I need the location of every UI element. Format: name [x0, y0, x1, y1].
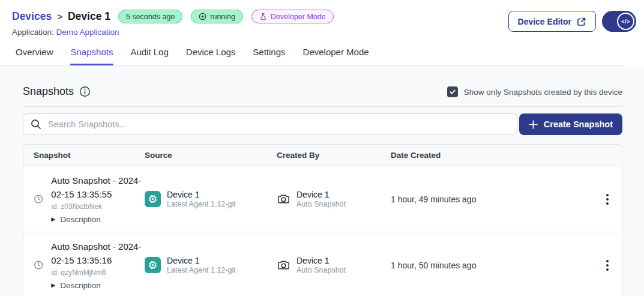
created-by-method: Auto Snapshot: [296, 266, 346, 274]
clock-icon: [34, 260, 43, 270]
tab-snapshots[interactable]: Snapshots: [70, 46, 114, 65]
tab-developer-mode[interactable]: Developer Mode: [302, 46, 370, 65]
code-icon: </>: [617, 13, 634, 30]
table-header: Snapshot Source Created By Date Created: [23, 145, 622, 166]
created-by-name: Device 1: [296, 256, 346, 265]
source-device-name: Device 1: [167, 190, 236, 199]
developer-mode-badge: Developer Mode: [251, 10, 334, 23]
record-icon: [199, 13, 206, 20]
camera-icon: [277, 258, 290, 272]
tab-overview[interactable]: Overview: [15, 46, 54, 65]
search-icon: [31, 119, 41, 130]
filter-checkbox-row[interactable]: Show only Snapshots created by this devi…: [447, 86, 622, 97]
column-header-created-by: Created By: [277, 151, 391, 160]
last-seen-badge-label: 5 seconds ago: [126, 13, 175, 21]
developer-mode-badge-label: Developer Mode: [271, 13, 326, 21]
create-snapshot-button[interactable]: Create Snapshot: [519, 113, 622, 135]
table-row: Auto Snapshot - 2024-02-15 13:35:16 id: …: [23, 232, 622, 296]
created-by-name: Device 1: [296, 190, 346, 199]
tab-device-logs[interactable]: Device Logs: [185, 46, 236, 65]
breadcrumb: Devices > Device 1: [12, 10, 110, 23]
source-agent-version: Latest Agent 1.12-git: [167, 200, 236, 208]
snapshot-title: Auto Snapshot - 2024-02-15 13:35:55: [51, 174, 145, 201]
snapshots-table: Snapshot Source Created By Date Created …: [23, 144, 622, 296]
status-badge-label: running: [210, 13, 235, 21]
description-toggle[interactable]: ▶ Description: [51, 215, 145, 224]
column-header-date-created: Date Created: [391, 151, 603, 160]
last-seen-badge: 5 seconds ago: [118, 10, 182, 23]
tab-audit-log[interactable]: Audit Log: [130, 46, 169, 65]
breadcrumb-devices-link[interactable]: Devices: [12, 10, 52, 23]
info-icon[interactable]: [79, 86, 91, 97]
section-title: Snapshots: [23, 85, 74, 98]
tab-settings[interactable]: Settings: [252, 46, 286, 65]
flask-icon: [259, 13, 267, 20]
section-divider: [23, 106, 622, 107]
device-editor-button[interactable]: Device Editor: [508, 11, 596, 32]
filter-checkbox[interactable]: [447, 86, 458, 97]
source-agent-version: Latest Agent 1.12-git: [167, 266, 236, 274]
triangle-right-icon: ▶: [51, 217, 55, 222]
snapshots-section: Snapshots Show only Snapshots created by…: [0, 65, 644, 296]
external-link-icon: [577, 17, 586, 26]
table-row: Auto Snapshot - 2024-02-15 13:35:55 id: …: [23, 166, 622, 232]
snapshot-title: Auto Snapshot - 2024-02-15 13:35:16: [51, 240, 145, 267]
device-chip-icon: [145, 257, 161, 273]
description-label: Description: [60, 281, 101, 290]
application-line: Application: Demo Application: [12, 28, 334, 37]
breadcrumb-current-device: Device 1: [68, 10, 110, 23]
created-by-method: Auto Snapshot: [296, 200, 346, 208]
create-snapshot-button-label: Create Snapshot: [544, 119, 613, 129]
page-header: Devices > Device 1 5 seconds ago running…: [0, 0, 644, 37]
device-chip-icon: [145, 191, 161, 207]
snapshot-id: id: z03NxdbNek: [51, 202, 145, 211]
device-editor-button-label: Device Editor: [518, 17, 571, 26]
filter-checkbox-label: Show only Snapshots created by this devi…: [464, 88, 622, 97]
developer-mode-toggle[interactable]: </>: [602, 11, 636, 32]
application-label: Application:: [12, 28, 54, 37]
description-toggle[interactable]: ▶ Description: [51, 281, 145, 290]
triangle-right-icon: ▶: [51, 283, 55, 288]
source-device-name: Device 1: [167, 256, 236, 265]
check-icon: [449, 88, 456, 95]
clock-icon: [34, 194, 43, 204]
column-header-source: Source: [145, 151, 277, 160]
date-created: 1 hour, 49 minutes ago: [391, 195, 603, 204]
search-input[interactable]: [23, 113, 517, 135]
column-header-snapshot: Snapshot: [23, 151, 145, 160]
breadcrumb-separator: >: [57, 11, 62, 22]
camera-icon: [277, 192, 290, 206]
date-created: 1 hour, 50 minutes ago: [391, 261, 603, 270]
row-actions-menu[interactable]: [603, 258, 612, 273]
row-actions-menu[interactable]: [603, 192, 612, 207]
snapshot-id: id: qzyNmMjNm6: [51, 268, 145, 277]
status-badge: running: [191, 10, 243, 23]
tab-bar: Overview Snapshots Audit Log Device Logs…: [0, 46, 622, 65]
description-label: Description: [60, 215, 101, 224]
plus-icon: [529, 120, 538, 129]
application-link[interactable]: Demo Application: [56, 28, 119, 37]
